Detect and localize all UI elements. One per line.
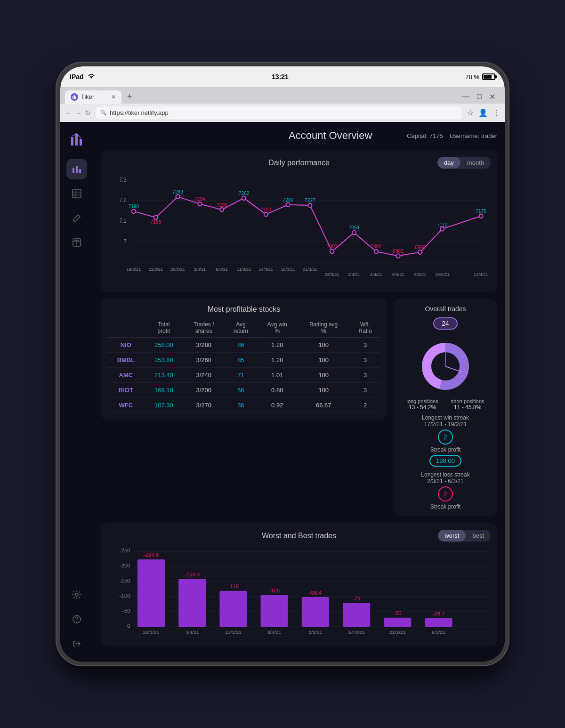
svg-text:6/3/21: 6/3/21 [216, 267, 227, 272]
battery-icon [482, 73, 495, 80]
overall-trades-section: Overall trades 24 [394, 299, 497, 517]
chart-header: Daily performance day month [107, 157, 491, 169]
svg-point-40 [330, 249, 334, 253]
forward-button[interactable]: → [75, 109, 82, 117]
svg-text:7.1: 7.1 [119, 218, 127, 224]
svg-text:7175: 7175 [476, 208, 486, 214]
two-col-section: Most profitable stocks Totalprofit Trade… [101, 299, 497, 517]
ticker-cell: WFC [107, 398, 145, 413]
avg-return-cell: 36 [225, 398, 258, 413]
minimize-button[interactable]: — [462, 92, 469, 101]
worst-best-chart: -250 -200 -150 -100 -50 0 [107, 545, 491, 639]
svg-rect-5 [80, 139, 82, 146]
svg-point-45 [440, 227, 444, 231]
svg-text:7206: 7206 [217, 202, 227, 208]
svg-point-19 [75, 593, 78, 596]
svg-text:-150: -150 [120, 578, 130, 583]
refresh-button[interactable]: ↻ [85, 109, 91, 117]
svg-text:7234: 7234 [194, 196, 205, 202]
svg-text:8/4/21: 8/4/21 [414, 272, 426, 277]
sidebar-item-table[interactable] [66, 183, 87, 204]
svg-text:19/2/21: 19/2/21 [127, 267, 141, 272]
sidebar-item-calculator[interactable] [66, 232, 87, 253]
svg-text:-30: -30 [394, 611, 402, 616]
wl-ratio-cell: 3 [350, 368, 380, 383]
bookmark-button[interactable]: ☆ [467, 108, 474, 117]
profit-cell: 213.40 [145, 368, 183, 383]
svg-text:-105: -105 [269, 588, 280, 593]
short-positions-value: 11 - 45.8% [451, 404, 484, 411]
svg-text:3/4/21: 3/4/21 [348, 272, 360, 277]
month-toggle-button[interactable]: month [460, 157, 491, 169]
svg-text:10/4/21: 10/4/21 [435, 272, 450, 277]
profile-button[interactable]: 👤 [478, 108, 488, 117]
daily-performance-chart: 7.3 7.2 7.1 7 [107, 172, 491, 285]
best-toggle-button[interactable]: best [466, 530, 491, 542]
svg-text:4/4/21: 4/4/21 [186, 630, 199, 635]
sidebar-item-help[interactable] [66, 609, 87, 630]
url-bar[interactable]: 🔍 https://tiker.netlify.app [96, 106, 462, 119]
close-button[interactable]: ✕ [489, 92, 495, 101]
browser-bar: ← → ↻ 🔍 https://tiker.netlify.app ☆ 👤 ⋮ [60, 104, 505, 122]
page-header: Account Overview Capital: 7175 Username:… [101, 129, 497, 142]
overall-trades-title: Overall trades [400, 305, 491, 313]
sidebar-item-logout[interactable] [66, 633, 87, 654]
avg-win-cell: 0.80 [257, 383, 297, 398]
svg-text:21/3/21: 21/3/21 [225, 630, 242, 635]
avg-return-cell: 56 [225, 383, 258, 398]
trades-shares-cell: 3/280 [183, 338, 225, 353]
longest-loss-streak-label: Longest loss streak [400, 471, 491, 478]
maximize-button[interactable]: □ [477, 92, 482, 101]
back-button[interactable]: ← [65, 109, 72, 117]
svg-text:25/2/21: 25/2/21 [170, 267, 185, 272]
col-trades-shares: Trades /shares [183, 318, 225, 338]
ticker-cell: BMBL [107, 353, 145, 368]
svg-point-34 [198, 202, 202, 206]
svg-text:8/4/21: 8/4/21 [267, 630, 281, 635]
browser-actions: ☆ 👤 ⋮ [467, 108, 500, 117]
worst-toggle-button[interactable]: worst [438, 530, 466, 542]
col-avg-win: Avg win% [257, 318, 297, 338]
svg-text:-158.4: -158.4 [185, 572, 200, 577]
trade-count-badge: 24 [433, 317, 458, 330]
svg-text:-100: -100 [120, 593, 130, 599]
svg-rect-103 [219, 591, 247, 627]
svg-rect-0 [73, 96, 73, 99]
menu-button[interactable]: ⋮ [492, 108, 500, 117]
svg-point-36 [242, 196, 246, 200]
tab-close-button[interactable]: ✕ [111, 94, 116, 100]
window-controls: — □ ✕ [462, 92, 500, 101]
avg-return-cell: 86 [225, 338, 258, 353]
trades-shares-cell: 3/270 [183, 398, 225, 413]
new-tab-button[interactable]: + [123, 90, 136, 104]
svg-text:28/3/21: 28/3/21 [143, 630, 160, 635]
day-toggle-button[interactable]: day [437, 157, 460, 169]
svg-point-35 [220, 208, 224, 212]
svg-text:7.3: 7.3 [119, 176, 127, 182]
col-avg-return: Avgreturn [225, 318, 258, 338]
status-bar: iPad 13:21 78 % [60, 66, 505, 87]
svg-point-21 [76, 621, 77, 622]
profit-cell: 169.10 [145, 383, 183, 398]
sidebar-item-chart[interactable] [66, 159, 87, 179]
status-left: iPad [70, 73, 95, 81]
sidebar-item-edit[interactable] [66, 208, 87, 228]
svg-text:0: 0 [127, 623, 130, 629]
svg-text:21/2/21: 21/2/21 [148, 267, 163, 272]
sidebar-item-settings[interactable] [66, 584, 87, 605]
profit-cell: 107.30 [145, 398, 183, 413]
svg-text:6999: 6999 [415, 244, 426, 250]
trades-shares-cell: 3/240 [183, 368, 225, 383]
svg-text:2/3/21: 2/3/21 [308, 630, 322, 635]
svg-rect-11 [73, 189, 81, 198]
win-streak-section: Longest win streak 17/2/21 - 19/2/21 2 S… [400, 414, 491, 510]
col-batting-avg: Batting avg% [297, 318, 350, 338]
loss-streak-dates: 2/3/21 - 6/3/21 [400, 478, 491, 485]
svg-text:-28.7: -28.7 [432, 611, 444, 616]
wifi-icon [88, 73, 95, 81]
svg-text:6/4/21: 6/4/21 [392, 272, 404, 277]
browser-tab[interactable]: Tiker ✕ [65, 90, 121, 104]
svg-rect-97 [137, 559, 165, 627]
svg-text:7198: 7198 [129, 203, 139, 209]
username-info: Username: trader [450, 132, 497, 139]
